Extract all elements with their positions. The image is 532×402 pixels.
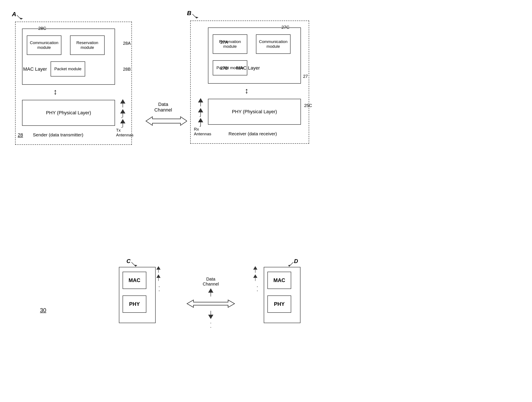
svg-line-20 (131, 262, 136, 266)
svg-marker-36 (253, 275, 257, 278)
svg-text:C: C (127, 258, 131, 264)
svg-marker-34 (253, 266, 257, 270)
res-module-b: Reservation module (213, 34, 247, 54)
svg-marker-28 (187, 300, 234, 307)
diagram-b: B 27C 27A 27B Reservation module (188, 12, 313, 148)
data-channel-bottom: DataChannel ·· (178, 277, 243, 329)
svg-text:D: D (294, 258, 298, 264)
res-module-a: Reservation module (70, 35, 105, 55)
sender-label: Sender (data transmitter) (33, 132, 83, 138)
c-dots: ·· (158, 284, 160, 292)
svg-marker-15 (198, 108, 203, 112)
phy-box-b: PHY (Physical Layer) (208, 99, 301, 125)
svg-marker-24 (156, 275, 160, 278)
data-channel-label: DataChannel (139, 101, 187, 113)
outer-box-b: 27C 27A 27B Reservation module Communica… (190, 20, 309, 144)
pkt-module-a: Packet module (51, 61, 85, 76)
label-28b: 28B (123, 67, 131, 72)
outer-box-a: 28C 28A 28B Communication module Reserva… (15, 22, 132, 145)
svg-marker-9 (146, 117, 187, 125)
outer-box-d: MAC PHY (264, 267, 300, 323)
comm-module-b: Communication module (256, 34, 291, 54)
bottom-antenna-top (178, 288, 243, 297)
label-27: 27 (303, 74, 308, 79)
phy-box-c: PHY (123, 295, 146, 313)
comm-module-a: Communication module (27, 35, 61, 55)
diagram-d: D MAC PHY (249, 259, 303, 328)
tx-dots: ··· (121, 115, 123, 129)
diagram-a: A 28C 28A 28B Communication module (13, 13, 138, 147)
svg-marker-22 (156, 266, 160, 270)
svg-text:A: A (12, 11, 16, 18)
mac-box-c: MAC (123, 272, 146, 289)
label-28: 28 (18, 132, 23, 138)
svg-marker-3 (120, 99, 125, 104)
label-30: 30 (40, 307, 46, 314)
mac-box-a: 28A 28B Communication module Reservation… (22, 29, 115, 85)
dbl-arrow-b: ↕ (245, 87, 249, 95)
mac-box-b: 27A 27B Reservation module Communication… (208, 27, 301, 84)
svg-marker-5 (120, 109, 125, 113)
svg-marker-26 (208, 288, 213, 293)
svg-marker-13 (198, 98, 203, 102)
mac-box-d: MAC (267, 272, 291, 289)
label-25c: 25C (304, 103, 312, 108)
phy-box-d: PHY (267, 295, 291, 313)
mac-label-b: MAC Layer (236, 65, 260, 71)
bottom-antenna-bottom (178, 311, 243, 320)
svg-line-1 (17, 15, 21, 19)
diagram-c: C MAC PHY (117, 259, 171, 328)
antenna-group-d (253, 266, 258, 281)
receiver-label: Receiver (data receiver) (228, 131, 277, 136)
tx-label: Tx Antennas (116, 128, 133, 138)
svg-marker-30 (208, 315, 213, 319)
dbl-arrow-a: ↕ (53, 88, 57, 96)
main-diagram: A 28C 28A 28B Communication module (0, 0, 532, 402)
mac-label-a: MAC Layer (23, 66, 47, 72)
bottom-data-channel-label: DataChannel (178, 277, 243, 287)
antenna-group-c (156, 266, 161, 281)
rx-dots: ··· (199, 114, 202, 128)
data-channel: DataChannel (139, 101, 187, 128)
rx-label: Rx Antennas (194, 127, 211, 136)
label-28a: 28A (123, 41, 131, 46)
phy-box-a: PHY (Physical Layer) (22, 100, 115, 126)
d-dots: ·· (257, 284, 258, 292)
svg-text:B: B (187, 10, 191, 16)
bottom-channel-dots: ·· (178, 321, 243, 329)
svg-line-11 (192, 14, 197, 18)
outer-box-c: MAC PHY (119, 267, 156, 323)
